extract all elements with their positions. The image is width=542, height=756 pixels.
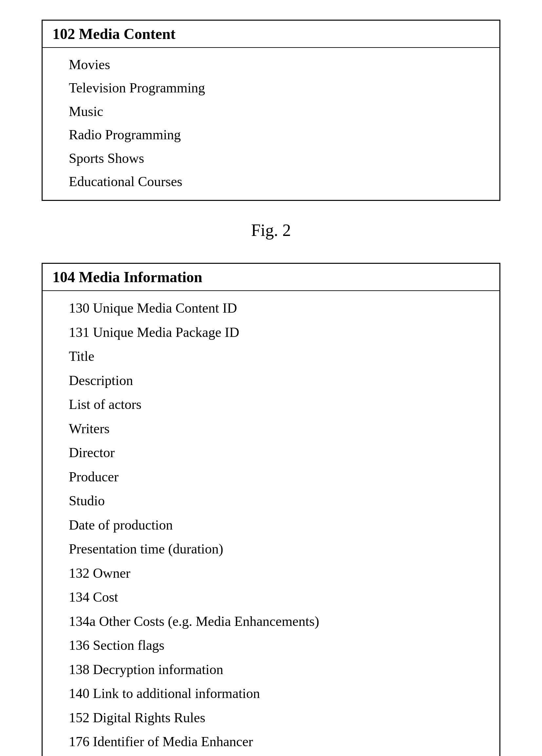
list-item: 152 Digital Rights Rules xyxy=(69,706,473,730)
list-item: Title xyxy=(69,344,473,369)
page-content: 102 Media Content MoviesTelevision Progr… xyxy=(42,20,500,756)
list-item: 130 Unique Media Content ID xyxy=(69,296,473,320)
fig2-caption: Fig. 2 xyxy=(42,221,500,240)
fig2-title: 102 Media Content xyxy=(52,26,176,42)
list-item: Writers xyxy=(69,417,473,441)
list-item: Music xyxy=(69,100,473,123)
list-item: Sports Shows xyxy=(69,147,473,170)
list-item: 131 Unique Media Package ID xyxy=(69,320,473,345)
fig3-title: 104 Media Information xyxy=(52,269,202,285)
list-item: 134 Cost xyxy=(69,585,473,610)
list-item: 140 Link to additional information xyxy=(69,682,473,706)
fig3-body: 130 Unique Media Content ID131 Unique Me… xyxy=(43,291,499,756)
list-item: 176 Identifier of Media Enhancer xyxy=(69,730,473,754)
list-item: Producer xyxy=(69,465,473,489)
fig2-header: 102 Media Content xyxy=(43,21,499,48)
list-item: 138 Decryption information xyxy=(69,658,473,682)
list-item: 132 Owner xyxy=(69,561,473,586)
list-item: List of actors xyxy=(69,393,473,417)
fig3-box: 104 Media Information 130 Unique Media C… xyxy=(42,263,500,756)
list-item: Studio xyxy=(69,489,473,513)
list-item: Radio Programming xyxy=(69,123,473,146)
list-item: Television Programming xyxy=(69,76,473,100)
list-item: Educational Courses xyxy=(69,170,473,193)
list-item: Description xyxy=(69,369,473,393)
list-item: Presentation time (duration) xyxy=(69,537,473,561)
fig2-box: 102 Media Content MoviesTelevision Progr… xyxy=(42,20,500,201)
fig2-body: MoviesTelevision ProgrammingMusicRadio P… xyxy=(43,48,499,200)
list-item: 134a Other Costs (e.g. Media Enhancement… xyxy=(69,610,473,634)
fig3-header: 104 Media Information xyxy=(43,264,499,291)
list-item: 136 Section flags xyxy=(69,633,473,658)
list-item: Director xyxy=(69,441,473,465)
list-item: Movies xyxy=(69,53,473,76)
list-item: Date of production xyxy=(69,513,473,537)
